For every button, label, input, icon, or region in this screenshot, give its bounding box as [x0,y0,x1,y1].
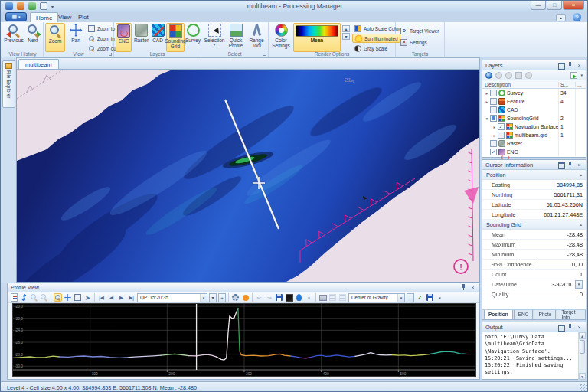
layer-checkbox[interactable] [498,132,505,139]
enc-layer-button[interactable]: ENC [116,23,132,52]
range-tool-button[interactable]: Range Tool [247,23,266,52]
close-icon[interactable]: × [469,284,476,291]
layers-menu-caret-icon[interactable]: ▾ [580,73,583,77]
marker-icon[interactable] [243,295,249,301]
tab-position[interactable]: Position [484,310,513,319]
sun-illuminated-button[interactable]: Sun Illuminated [352,34,400,43]
pin-icon[interactable] [567,162,573,168]
column-description[interactable]: Description [482,82,558,87]
previous-view-button[interactable]: Previous [4,23,24,52]
pointer-icon[interactable]: ➤ [83,293,92,302]
view-dialog-launcher[interactable] [109,53,112,56]
target-viewer-button[interactable]: Target Viewer [398,26,441,35]
combo-caret-icon[interactable]: ▾ [200,294,207,302]
scroll-down-icon[interactable]: ▼ [579,373,586,380]
layer-checkbox[interactable]: ✓ [490,149,497,155]
layer-row[interactable]: ▸✓Navigation Surface.grd1 [482,122,586,131]
expander-icon[interactable]: ▸ [492,133,498,138]
pin-icon[interactable] [567,324,573,331]
dynamic-view-icon[interactable] [21,293,28,302]
combo-dropdown-button[interactable]: ▾ [209,293,217,302]
color-settings-button[interactable]: Color Settings [270,23,292,52]
profile-plot[interactable]: -20,0-22,0-24,0-26,0-28,0-30,01002003004… [12,303,476,377]
pan-icon[interactable] [64,294,71,301]
layer-row[interactable]: CAD [482,106,586,114]
output-scrollbar[interactable]: ▲ ▼ [578,332,586,380]
layer-checkbox[interactable] [490,98,497,105]
layer-row[interactable]: ▸Survey34 [482,89,586,97]
document-tab-multibeam[interactable]: multibeam [18,59,59,70]
combo-caret-icon[interactable]: ▾ [397,294,404,302]
tab-photo[interactable]: Photo [534,310,556,319]
layer-row[interactable]: ▾SoundingGrid2 [482,114,586,122]
flag-icon[interactable] [296,294,302,301]
cursor-group-header[interactable]: Position▴ [482,170,586,180]
expander-icon[interactable]: ▸ [484,100,490,104]
output-log[interactable]: path 'E:\QINSy Data\multibeam\GridData\N… [482,332,586,380]
zoom-in-button[interactable]: Zoom in [86,34,117,43]
layer-checkbox[interactable] [490,115,497,122]
maximize-button[interactable]: □ [547,1,562,10]
layer-row[interactable]: Raster [482,139,586,148]
colormap-up-button[interactable]: ▴ [342,25,350,32]
float-window-icon[interactable] [557,162,564,168]
more-caret-icon[interactable]: ▾ [436,293,444,302]
colormap-down-button[interactable]: ▾ [342,33,350,40]
zoom-tool-icon[interactable] [54,293,62,302]
pin-icon[interactable] [460,284,467,291]
tab-plot[interactable]: Plot [73,12,94,22]
close-button[interactable]: × [563,1,584,10]
next-profile-icon[interactable]: ▶ [117,293,126,302]
cad-layer-button[interactable]: CAD [150,23,165,52]
float-window-icon[interactable] [557,62,564,69]
minimize-button[interactable]: — [531,1,546,10]
quick-profile-button[interactable]: Quick Profile [226,23,246,52]
layer-row[interactable]: ✓ENC [482,148,586,156]
application-menu-button[interactable]: ▦ ▾ [5,12,27,21]
minimize-ribbon-button[interactable]: ▴ [556,14,566,21]
zoom-button[interactable]: Zoom [45,23,65,52]
previous-profile-icon[interactable]: ◀ [107,293,116,302]
close-icon[interactable]: × [576,324,583,331]
selection-button[interactable]: Selection ▾ [204,23,224,52]
select-dialog-launcher[interactable] [263,53,266,56]
scrollbar-thumb[interactable] [580,340,585,354]
first-profile-icon[interactable]: |◀ [97,293,106,302]
tab-target-info[interactable]: Target Info [557,310,586,319]
pin-icon[interactable] [567,62,573,69]
pan-button[interactable]: Pan [67,23,85,52]
column-extra[interactable]: ... [575,82,586,87]
raster-layer-button[interactable]: Raster [132,23,150,52]
collapse-icon[interactable]: ▴ [580,222,582,227]
reference-combo[interactable]: Center of Gravity ▾ [348,293,405,302]
colormap-selector[interactable]: Mean [293,23,341,52]
expander-icon[interactable]: ▾ [484,116,490,121]
layer-row[interactable]: ▸multibeam.grd1 [482,131,586,139]
sounding-grid-button[interactable]: Sounding Grid [166,23,185,52]
help-button[interactable]: ? [573,13,581,21]
layer-checkbox[interactable] [490,106,497,113]
profile-select-combo[interactable]: QP_15:20:35 ▾ [137,293,207,302]
zoom-extents-icon[interactable] [74,294,81,301]
survey-layer-button[interactable]: Survey [185,23,201,52]
resize-grip[interactable] [580,384,587,391]
tab-enc[interactable]: ENC [514,310,534,319]
export-icon[interactable] [570,72,577,79]
column-soundings[interactable]: S... [558,82,575,87]
close-icon[interactable]: × [576,62,583,69]
snapshot-icon[interactable] [286,294,293,302]
map-view[interactable]: ! 215 [16,69,480,283]
apply-check-icon[interactable]: ✓ [416,293,424,302]
browse-button[interactable]: … [407,293,414,302]
more-caret-icon[interactable]: ▾ [305,293,313,302]
expander-icon[interactable]: ▸ [484,91,490,96]
add-profile-button[interactable]: + [218,293,226,302]
layer-checkbox[interactable] [490,140,497,147]
gear-icon[interactable] [232,294,239,301]
layer-checkbox[interactable] [490,90,497,96]
close-icon[interactable]: × [576,162,583,168]
datetime-dropdown-button[interactable]: ▾ [575,280,583,289]
scroll-up-icon[interactable]: ▲ [579,332,586,339]
next-view-button[interactable]: Next [24,23,42,52]
target-settings-button[interactable]: Settings [398,38,430,47]
